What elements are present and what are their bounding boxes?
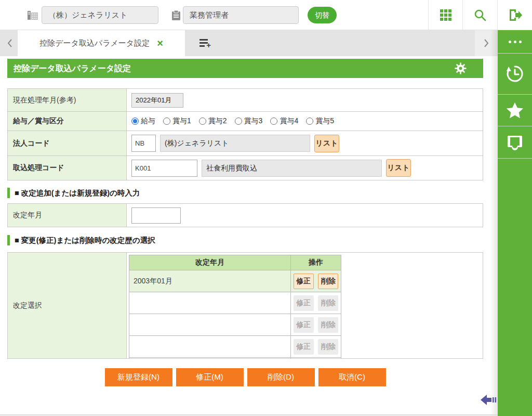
chevron-right-icon (483, 38, 489, 48)
radio-icon (199, 118, 206, 125)
history-clock-icon (506, 64, 524, 83)
form-row-revision-select: 改定選択 改定年月 操作 2003年01月 修正 削除 修正 (8, 253, 483, 358)
radio-bonus5[interactable]: 賞与5 (306, 116, 334, 126)
radio-icon (270, 118, 277, 125)
row-edit-button-disabled: 修正 (294, 339, 314, 355)
memo-icon (507, 135, 523, 150)
tab-scroll-right-button[interactable] (475, 30, 498, 56)
collapse-panel-arrow-icon[interactable] (481, 394, 497, 407)
radio-bonus2[interactable]: 賞与2 (199, 116, 227, 126)
sidebar-favorites-button[interactable] (498, 95, 532, 126)
current-month-field: 2022年01月 (131, 93, 183, 108)
page-title: 控除データ取込パラメータ設定 (14, 64, 131, 73)
table-row: 修正 削除 (129, 292, 341, 314)
column-header-operation: 操作 (291, 255, 341, 270)
column-header-month: 改定年月 (129, 255, 291, 270)
section-accent-bar (7, 188, 10, 198)
action-button-bar: 新規登録(N) 修正(M) 削除(D) 取消(C) (7, 368, 483, 386)
radio-icon (306, 118, 313, 125)
pay-type-label: 給与／賞与区分 (8, 112, 127, 131)
radio-icon (235, 118, 242, 125)
cancel-button[interactable]: 取消(C) (318, 368, 386, 386)
table-header-row: 改定年月 操作 (129, 255, 341, 270)
search-icon (473, 8, 487, 22)
row-edit-button-disabled: 修正 (294, 295, 314, 311)
corp-code-input[interactable]: NB (131, 135, 156, 152)
sidebar-more-button[interactable] (498, 30, 532, 54)
revision-month-cell (129, 292, 291, 314)
corp-code-label: 法人コード (8, 131, 127, 155)
corp-list-button[interactable]: リスト (314, 135, 339, 152)
row-delete-button-disabled: 削除 (318, 295, 338, 311)
top-header: （株）ジェネラリスト 業務管理者 切替 (0, 0, 532, 30)
form-row-revision-month: 改定年月 (8, 204, 483, 227)
switch-button[interactable]: 切替 (308, 7, 337, 23)
ellipsis-icon (509, 41, 522, 43)
bottom-divider (0, 414, 498, 415)
import-code-label: 取込処理コード (8, 156, 127, 180)
role-input[interactable]: 業務管理者 (183, 6, 299, 24)
revision-month-cell (129, 336, 291, 358)
current-month-label: 現在処理年月(参考) (8, 89, 127, 111)
radio-bonus3[interactable]: 賞与3 (235, 116, 263, 126)
revision-month-label: 改定年月 (8, 204, 127, 227)
import-code-input[interactable]: K001 (131, 160, 197, 177)
add-tab-button[interactable]: + (193, 30, 217, 56)
section-select-heading: ■ 変更(修正)または削除時の改定歴の選択 (7, 235, 155, 246)
radio-bonus4[interactable]: 賞与4 (270, 116, 298, 126)
table-row: 修正 削除 (129, 336, 341, 358)
radio-icon (163, 118, 170, 125)
radio-label: 賞与3 (244, 116, 263, 126)
star-icon (506, 102, 524, 119)
app-menu-button[interactable] (428, 0, 462, 30)
role-icon (171, 10, 181, 21)
form-row-import-code: 取込処理コード K001 社食利用費取込 リスト (8, 155, 483, 180)
company-icon (27, 10, 38, 21)
chevron-left-icon (7, 38, 13, 48)
row-delete-button-disabled: 削除 (318, 339, 338, 355)
table-row: 2003年01月 修正 削除 (129, 270, 341, 292)
logout-icon (508, 8, 522, 22)
tab-deduction-param[interactable]: 控除データ取込パラメータ設定 × (18, 30, 185, 56)
section-select-title: ■ 変更(修正)または削除時の改定歴の選択 (15, 236, 155, 245)
import-name-field: 社食利用費取込 (202, 160, 382, 177)
revision-month-cell (129, 314, 291, 336)
delete-button[interactable]: 削除(D) (247, 368, 315, 386)
radio-label: 賞与4 (280, 116, 298, 126)
search-button[interactable] (462, 0, 497, 30)
revision-history-table: 改定年月 操作 2003年01月 修正 削除 修正 削除 (129, 255, 341, 358)
pay-type-options: 給与 賞与1 賞与2 賞与3 賞与4 賞与5 (127, 112, 483, 131)
logout-button[interactable] (497, 0, 532, 30)
new-register-button[interactable]: 新規登録(N) (105, 368, 172, 386)
tab-label: 控除データ取込パラメータ設定 (39, 38, 150, 48)
content-edge-shadow (490, 30, 498, 416)
revision-select-form: 改定選択 改定年月 操作 2003年01月 修正 削除 修正 (7, 252, 483, 359)
revision-month-input[interactable] (131, 207, 181, 224)
page-title-bar: 控除データ取込パラメータ設定 (7, 59, 483, 78)
tab-close-icon[interactable]: × (157, 38, 163, 48)
revision-month-form: 改定年月 (7, 203, 483, 227)
sidebar-history-button[interactable] (498, 54, 532, 95)
import-list-button[interactable]: リスト (386, 159, 411, 177)
edit-button[interactable]: 修正(M) (176, 368, 244, 386)
form-row-corp-code: 法人コード NB (株)ジェネラリスト リスト (8, 131, 483, 155)
radio-label: 賞与2 (208, 116, 227, 126)
revision-select-label: 改定選択 (8, 253, 127, 358)
table-row (129, 358, 341, 359)
revision-month-cell: 2003年01月 (129, 270, 291, 292)
radio-label: 給与 (141, 116, 155, 126)
tab-bar: 控除データ取込パラメータ設定 × + (0, 30, 498, 56)
settings-gear-icon[interactable] (455, 62, 467, 74)
row-edit-button[interactable]: 修正 (294, 274, 314, 289)
row-delete-button[interactable]: 削除 (318, 274, 338, 289)
add-tab-icon: + (200, 38, 211, 48)
right-sidebar (498, 30, 532, 416)
row-delete-button-disabled: 削除 (318, 317, 338, 333)
sidebar-memo-button[interactable] (498, 126, 532, 159)
radio-bonus1[interactable]: 賞与1 (163, 116, 191, 126)
tab-scroll-left-button[interactable] (2, 30, 18, 56)
radio-salary[interactable]: 給与 (131, 116, 155, 126)
company-input[interactable]: （株）ジェネラリスト (42, 6, 158, 24)
section-add-title: ■ 改定追加(または新規登録)の時入力 (15, 188, 140, 198)
form-row-current-month: 現在処理年月(参考) 2022年01月 (8, 89, 483, 111)
